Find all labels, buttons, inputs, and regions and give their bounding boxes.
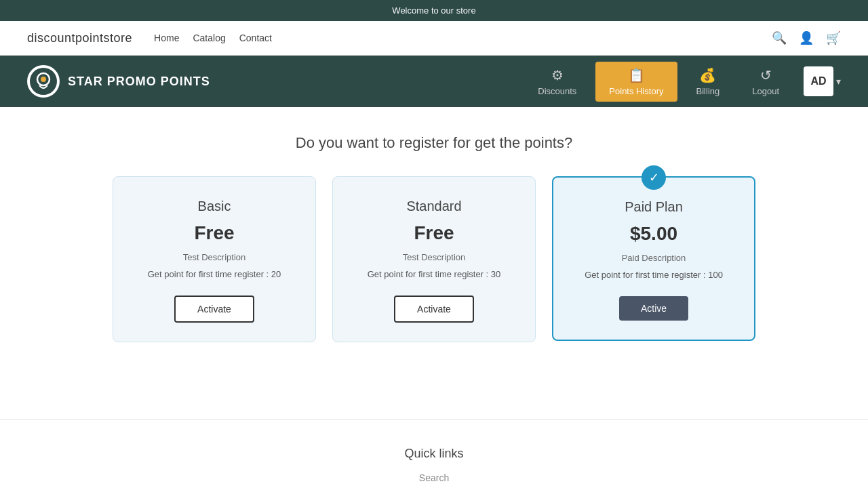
app-nav: ⚙ Discounts 📋 Points History 💰 Billing ↺… [524, 62, 841, 102]
nav-points-history[interactable]: 📋 Points History [595, 62, 677, 102]
page-heading: Do you want to register for get the poin… [41, 134, 827, 152]
discounts-icon: ⚙ [551, 67, 564, 83]
app-logo-svg [30, 68, 57, 95]
store-nav: Home Catalog Contact [154, 33, 272, 43]
store-logo: discountpointstore [27, 31, 132, 45]
plan-card-paid: ✓ Paid Plan $5.00 Paid Description Get p… [552, 176, 755, 341]
nav-logout-label: Logout [752, 86, 779, 96]
nav-contact[interactable]: Contact [239, 33, 272, 43]
plan-basic-price: Free [130, 222, 299, 244]
plan-standard-points: Get point for first time register : 30 [349, 269, 519, 279]
dropdown-arrow-icon: ▾ [836, 76, 841, 87]
user-avatar-dropdown[interactable]: AD ▾ [798, 66, 841, 96]
plan-standard-desc: Test Description [349, 252, 519, 262]
announcement-bar: Welcome to our store [0, 0, 868, 21]
plan-basic-points: Get point for first time register : 20 [130, 269, 299, 279]
nav-billing[interactable]: 💰 Billing [683, 62, 734, 102]
active-paid-button[interactable]: Active [619, 296, 688, 321]
user-avatar: AD [804, 66, 833, 96]
nav-home[interactable]: Home [154, 33, 179, 43]
store-header: discountpointstore Home Catalog Contact … [0, 21, 868, 56]
activate-standard-button[interactable]: Activate [394, 296, 474, 323]
billing-icon: 💰 [699, 67, 716, 83]
logout-icon: ↺ [760, 67, 772, 83]
app-logo [27, 65, 60, 98]
svg-point-2 [41, 77, 46, 82]
main-content: Do you want to register for get the poin… [0, 107, 868, 392]
plans-row: Basic Free Test Description Get point fo… [41, 176, 827, 342]
selected-checkmark-icon: ✓ [642, 165, 666, 190]
search-icon[interactable]: 🔍 [772, 30, 787, 45]
footer: Quick links Search [0, 420, 868, 488]
cart-icon[interactable]: 🛒 [826, 30, 841, 45]
plan-standard-name: Standard [349, 199, 519, 214]
plan-paid-price: $5.00 [570, 223, 738, 245]
plan-paid-points: Get point for first time register : 100 [570, 270, 738, 280]
nav-points-history-label: Points History [609, 86, 663, 96]
plan-paid-name: Paid Plan [570, 199, 738, 215]
plan-standard-price: Free [349, 222, 519, 244]
activate-basic-button[interactable]: Activate [174, 296, 254, 323]
store-header-left: discountpointstore Home Catalog Contact [27, 31, 272, 45]
plan-basic-desc: Test Description [130, 252, 299, 262]
app-navbar: STAR PROMO POINTS ⚙ Discounts 📋 Points H… [0, 56, 868, 107]
nav-discounts[interactable]: ⚙ Discounts [524, 62, 590, 102]
announcement-text: Welcome to our store [392, 5, 475, 16]
plan-card-standard: Standard Free Test Description Get point… [332, 176, 536, 342]
account-icon[interactable]: 👤 [799, 30, 814, 45]
points-history-icon: 📋 [628, 67, 645, 83]
nav-logout[interactable]: ↺ Logout [738, 62, 793, 102]
plan-basic-name: Basic [130, 199, 299, 214]
nav-catalog[interactable]: Catalog [193, 33, 225, 43]
app-brand: STAR PROMO POINTS [27, 65, 524, 98]
plan-paid-desc: Paid Description [570, 253, 738, 263]
store-header-right: 🔍 👤 🛒 [772, 30, 841, 45]
footer-search-link[interactable]: Search [419, 472, 449, 483]
nav-billing-label: Billing [696, 86, 720, 96]
app-brand-name: STAR PROMO POINTS [68, 75, 210, 89]
quick-links-title: Quick links [41, 447, 827, 461]
nav-discounts-label: Discounts [538, 86, 576, 96]
plan-card-basic: Basic Free Test Description Get point fo… [113, 176, 316, 342]
